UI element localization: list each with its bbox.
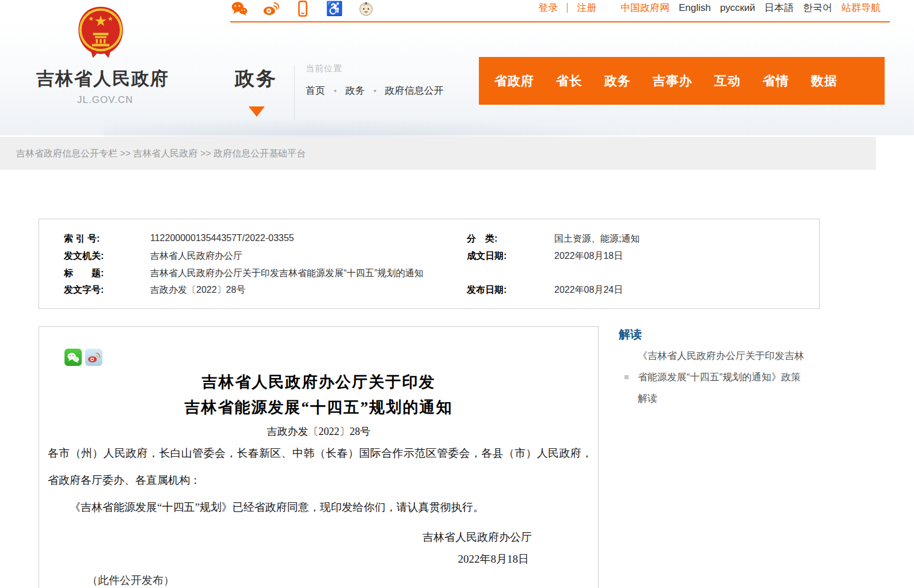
document-signature-date: 2022年8月18日 (458, 552, 530, 567)
interpretation-link-item[interactable]: 《吉林省人民政府办公厅关于印发吉林省能源发展“十四五”规划的通知》政策解读 (624, 345, 820, 409)
meta-index-value: 11220000013544357T/2022-03355 (150, 233, 294, 243)
breadcrumb: 首页 • 政务 • 政府信息公开 (306, 84, 444, 97)
meta-category-value: 国土资源、能源;通知 (554, 233, 639, 245)
interpretation-link-text[interactable]: 《吉林省人民政府办公厅关于印发吉林省能源发展“十四五”规划的通知》政策解读 (638, 345, 810, 409)
child-version-icon[interactable] (358, 1, 374, 17)
document-metadata-table: 索 引 号: 11220000013544357T/2022-03355 分 类… (39, 219, 820, 309)
section-title: 政务 (235, 66, 277, 92)
document-content-panel: 吉林省人民政府办公厅关于印发 吉林省能源发展“十四五”规划的通知 吉政办发〔20… (39, 326, 599, 588)
meta-docno-label: 发文字号: (64, 284, 104, 296)
document-footnote: （此件公开发布） (87, 573, 174, 588)
breadcrumb-separator: • (334, 86, 337, 96)
wechat-icon[interactable] (231, 1, 247, 17)
interpretation-heading: 解读 (619, 327, 642, 342)
mobile-icon[interactable] (295, 1, 311, 17)
nav-item-data[interactable]: 数据 (811, 72, 837, 90)
login-link[interactable]: 登录 (538, 1, 558, 14)
current-location-label: 当前位置 (306, 63, 342, 74)
site-domain: JL.GOV.CN (77, 94, 133, 106)
platform-breadcrumb-bar: 吉林省政府信息公开专栏 >> 吉林省人民政府 >> 政府信息公开基础平台 (0, 137, 876, 170)
breadcrumb-home[interactable]: 首页 (306, 84, 325, 97)
document-paragraph-addressees: 各市（州）人民政府，长白山管委会，长春新区、中韩（长春）国际合作示范区管委会，各… (48, 440, 592, 494)
lang-russian-link[interactable]: русский (720, 2, 755, 14)
meta-index-label: 索 引 号: (64, 233, 100, 245)
breadcrumb-info-disclosure[interactable]: 政府信息公开 (385, 84, 444, 97)
document-body: 各市（州）人民政府，长白山管委会，长春新区、中韩（长春）国际合作示范区管委会，各… (48, 440, 592, 521)
meta-publish-date-value: 2022年08月24日 (554, 284, 623, 296)
document-paragraph-notice: 《吉林省能源发展“十四五”规划》已经省政府同意，现印发给你们，请认真贯彻执行。 (48, 494, 592, 521)
caret-down-icon (249, 106, 265, 117)
national-emblem-logo[interactable] (77, 6, 125, 60)
breadcrumb-separator: • (374, 86, 376, 96)
document-title-line2: 吉林省能源发展“十四五”规划的通知 (39, 397, 598, 418)
lang-korean-link[interactable]: 한국어 (803, 1, 832, 14)
site-group-nav-link[interactable]: 站群导航 (841, 1, 881, 14)
document-signature: 吉林省人民政府办公厅 (422, 530, 532, 545)
nav-item-provincial-government[interactable]: 省政府 (494, 72, 534, 90)
document-number: 吉政办发〔2022〕28号 (39, 425, 598, 438)
wechat-share-icon[interactable] (64, 349, 82, 366)
square-bullet-icon (624, 375, 629, 379)
topbar-links: 登录 注册 中国政府网 English русский 日本語 한국어 站群导航 (538, 1, 881, 14)
document-share-icons (64, 349, 102, 366)
platform-breadcrumb-text[interactable]: 吉林省政府信息公开专栏 >> 吉林省人民政府 >> 政府信息公开基础平台 (16, 137, 306, 170)
main-nav: 省政府 省长 政务 吉事办 互动 省情 数据 (479, 57, 885, 105)
meta-issuing-org-label: 发文机关: (64, 250, 104, 262)
meta-category-label: 分 类: (467, 233, 497, 245)
topbar-divider (567, 3, 568, 13)
lang-japanese-link[interactable]: 日本語 (764, 1, 794, 14)
meta-written-date-label: 成文日期: (467, 250, 506, 262)
nav-item-governor[interactable]: 省长 (556, 72, 582, 90)
meta-issuing-org-value: 吉林省人民政府办公厅 (150, 250, 242, 262)
weibo-share-icon[interactable] (85, 349, 102, 366)
nav-item-government-affairs[interactable]: 政务 (604, 72, 631, 90)
page: ♿ 登录 注册 中国政府网 English русский 日本語 한국어 站群… (0, 0, 914, 588)
china-gov-link[interactable]: 中国政府网 (620, 1, 669, 14)
nav-item-province-profile[interactable]: 省情 (763, 72, 789, 90)
meta-written-date-value: 2022年08月18日 (554, 250, 623, 262)
accessibility-icon[interactable]: ♿ (326, 1, 342, 17)
nav-item-jishiban[interactable]: 吉事办 (653, 72, 692, 90)
meta-publish-date-label: 发布日期: (467, 284, 506, 296)
weibo-icon[interactable] (263, 1, 279, 17)
register-link[interactable]: 注册 (577, 1, 596, 14)
meta-title-label: 标 题: (64, 268, 104, 280)
header-divider (294, 65, 295, 120)
document-title-line1: 吉林省人民政府办公厅关于印发 (39, 372, 598, 392)
topbar-share-icons: ♿ (231, 0, 374, 17)
site-name[interactable]: 吉林省人民政府 (36, 67, 169, 91)
breadcrumb-zhengwu[interactable]: 政务 (345, 84, 365, 97)
lang-english-link[interactable]: English (679, 2, 711, 14)
meta-docno-value: 吉政办发〔2022〕28号 (150, 284, 245, 296)
nav-item-interaction[interactable]: 互动 (714, 72, 741, 90)
meta-title-value: 吉林省人民政府办公厅关于印发吉林省能源发展“十四五”规划的通知 (150, 268, 424, 280)
